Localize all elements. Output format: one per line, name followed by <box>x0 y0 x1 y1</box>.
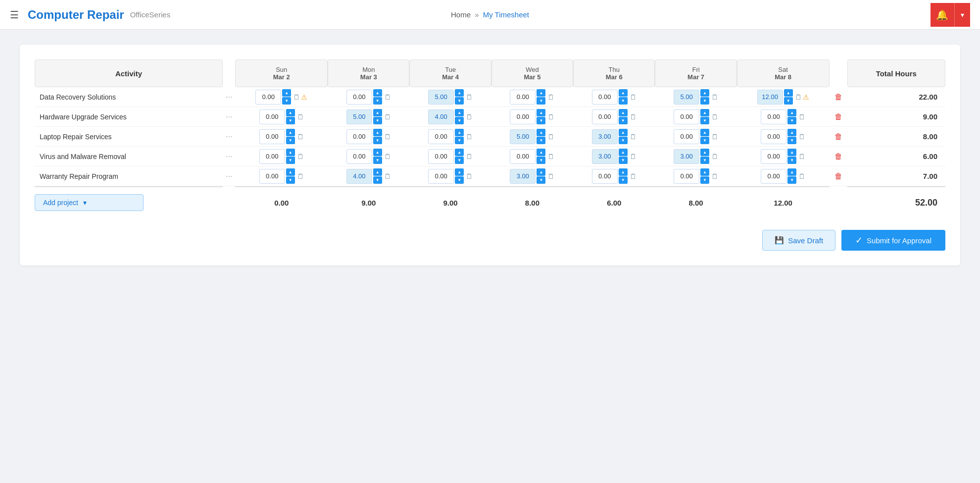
note-icon-3-2[interactable]: 🗒 <box>466 153 473 161</box>
hour-input-2-3[interactable] <box>510 129 536 144</box>
spinner-up-0-6[interactable]: ▲ <box>784 89 793 97</box>
note-icon-4-0[interactable]: 🗒 <box>297 172 304 180</box>
spinner-up-3-4[interactable]: ▲ <box>619 149 628 156</box>
hour-input-2-6[interactable] <box>761 129 786 144</box>
save-draft-button[interactable]: 💾 Save Draft <box>762 230 835 251</box>
hour-input-4-0[interactable] <box>259 169 285 184</box>
spinner-up-1-2[interactable]: ▲ <box>455 109 464 116</box>
row-menu-2[interactable]: ··· <box>223 127 235 147</box>
hour-input-1-5[interactable] <box>674 109 699 124</box>
spinner-up-0-0[interactable]: ▲ <box>282 89 291 97</box>
hour-input-1-0[interactable] <box>259 109 285 124</box>
hour-input-4-3[interactable] <box>510 169 536 184</box>
spinner-down-4-2[interactable]: ▼ <box>455 176 464 184</box>
note-icon-2-4[interactable]: 🗒 <box>630 133 637 141</box>
spinner-up-4-3[interactable]: ▲ <box>537 168 545 176</box>
note-icon-0-5[interactable]: 🗒 <box>711 93 718 101</box>
hour-input-1-6[interactable] <box>761 109 786 124</box>
hour-input-4-1[interactable] <box>346 169 372 184</box>
spinner-down-3-5[interactable]: ▼ <box>700 157 709 164</box>
hour-input-2-1[interactable] <box>346 129 372 144</box>
hour-input-3-1[interactable] <box>346 149 372 164</box>
note-icon-4-1[interactable]: 🗒 <box>384 172 391 180</box>
spinner-down-2-0[interactable]: ▼ <box>286 137 295 144</box>
spinner-down-2-2[interactable]: ▼ <box>455 137 464 144</box>
spinner-down-1-6[interactable]: ▼ <box>787 117 796 124</box>
note-icon-2-5[interactable]: 🗒 <box>711 133 718 141</box>
spinner-up-0-4[interactable]: ▲ <box>619 89 628 97</box>
spinner-down-2-3[interactable]: ▼ <box>537 137 545 144</box>
note-icon-3-1[interactable]: 🗒 <box>384 153 391 161</box>
note-icon-0-1[interactable]: 🗒 <box>384 93 391 101</box>
note-icon-2-1[interactable]: 🗒 <box>384 133 391 141</box>
hour-input-4-5[interactable] <box>674 169 699 184</box>
spinner-up-3-1[interactable]: ▲ <box>373 149 382 156</box>
hour-input-3-2[interactable] <box>428 149 454 164</box>
note-icon-1-4[interactable]: 🗒 <box>630 113 637 121</box>
note-icon-1-5[interactable]: 🗒 <box>711 113 718 121</box>
hour-input-4-4[interactable] <box>592 169 618 184</box>
hour-input-3-5[interactable] <box>674 149 699 164</box>
spinner-up-2-2[interactable]: ▲ <box>455 129 464 136</box>
hour-input-2-2[interactable] <box>428 129 454 144</box>
spinner-up-2-5[interactable]: ▲ <box>700 129 709 136</box>
spinner-down-3-4[interactable]: ▼ <box>619 157 628 164</box>
spinner-up-4-2[interactable]: ▲ <box>455 168 464 176</box>
spinner-down-4-0[interactable]: ▼ <box>286 176 295 184</box>
spinner-down-0-1[interactable]: ▼ <box>373 97 382 105</box>
spinner-up-2-4[interactable]: ▲ <box>619 129 628 136</box>
row-menu-4[interactable]: ··· <box>223 166 235 186</box>
delete-button-4[interactable]: 🗑 <box>833 172 844 181</box>
hour-input-1-4[interactable] <box>592 109 618 124</box>
spinner-up-3-5[interactable]: ▲ <box>700 149 709 156</box>
spinner-down-1-4[interactable]: ▼ <box>619 117 628 124</box>
row-menu-0[interactable]: ··· <box>223 87 235 107</box>
note-icon-3-6[interactable]: 🗒 <box>798 153 805 161</box>
delete-button-0[interactable]: 🗑 <box>833 93 844 102</box>
spinner-up-1-4[interactable]: ▲ <box>619 109 628 116</box>
note-icon-0-3[interactable]: 🗒 <box>547 93 554 101</box>
spinner-up-2-1[interactable]: ▲ <box>373 129 382 136</box>
nav-home[interactable]: Home <box>451 10 471 19</box>
spinner-up-1-6[interactable]: ▲ <box>787 109 796 116</box>
note-icon-0-2[interactable]: 🗒 <box>466 93 473 101</box>
hour-input-0-0[interactable] <box>255 90 281 105</box>
note-icon-0-4[interactable]: 🗒 <box>630 93 637 101</box>
note-icon-3-4[interactable]: 🗒 <box>630 153 637 161</box>
note-icon-4-2[interactable]: 🗒 <box>466 172 473 180</box>
spinner-up-1-1[interactable]: ▲ <box>373 109 382 116</box>
spinner-down-1-5[interactable]: ▼ <box>700 117 709 124</box>
spinner-up-1-5[interactable]: ▲ <box>700 109 709 116</box>
note-icon-1-1[interactable]: 🗒 <box>384 113 391 121</box>
hour-input-1-1[interactable] <box>346 109 372 124</box>
spinner-down-3-3[interactable]: ▼ <box>537 157 545 164</box>
spinner-down-4-6[interactable]: ▼ <box>787 176 796 184</box>
spinner-down-1-3[interactable]: ▼ <box>537 117 545 124</box>
spinner-up-3-2[interactable]: ▲ <box>455 149 464 156</box>
spinner-up-0-1[interactable]: ▲ <box>373 89 382 97</box>
spinner-up-0-3[interactable]: ▲ <box>537 89 545 97</box>
spinner-up-2-3[interactable]: ▲ <box>537 129 545 136</box>
hour-input-3-6[interactable] <box>761 149 786 164</box>
spinner-down-3-6[interactable]: ▼ <box>787 157 796 164</box>
spinner-up-1-0[interactable]: ▲ <box>286 109 295 116</box>
hour-input-0-4[interactable] <box>592 90 618 105</box>
spinner-down-4-1[interactable]: ▼ <box>373 176 382 184</box>
add-project-button[interactable]: Add project ▾ <box>35 194 144 211</box>
note-icon-1-6[interactable]: 🗒 <box>798 113 805 121</box>
spinner-down-0-6[interactable]: ▼ <box>784 97 793 105</box>
hour-input-4-2[interactable] <box>428 169 454 184</box>
note-icon-4-5[interactable]: 🗒 <box>711 172 718 180</box>
spinner-up-4-1[interactable]: ▲ <box>373 168 382 176</box>
note-icon-0-6[interactable]: 🗒 <box>795 93 802 101</box>
menu-icon[interactable]: ☰ <box>10 9 19 21</box>
spinner-up-2-6[interactable]: ▲ <box>787 129 796 136</box>
note-icon-2-6[interactable]: 🗒 <box>798 133 805 141</box>
note-icon-2-3[interactable]: 🗒 <box>547 133 554 141</box>
spinner-down-3-0[interactable]: ▼ <box>286 157 295 164</box>
hour-input-3-3[interactable] <box>510 149 536 164</box>
note-icon-4-3[interactable]: 🗒 <box>547 172 554 180</box>
hour-input-2-4[interactable] <box>592 129 618 144</box>
spinner-down-2-5[interactable]: ▼ <box>700 137 709 144</box>
spinner-down-0-2[interactable]: ▼ <box>455 97 464 105</box>
